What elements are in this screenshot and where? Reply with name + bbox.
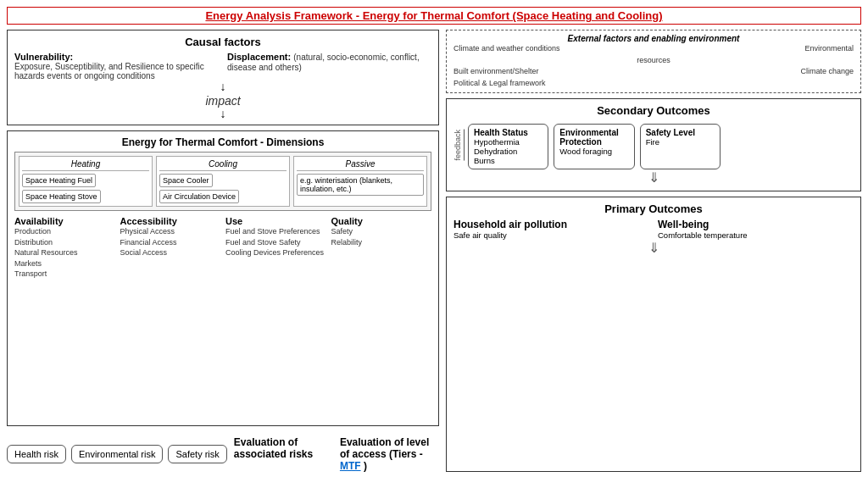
passive-items: e.g. winterisation (blankets, insulation… bbox=[297, 174, 424, 196]
cooling-label: Cooling bbox=[159, 159, 287, 171]
health-risk-label: Health risk bbox=[14, 449, 58, 459]
use-title: Use bbox=[225, 216, 326, 226]
safety-level-title: Safety Level bbox=[646, 128, 715, 137]
vulnerability-section: Vulnerability: Exposure, Susceptibility,… bbox=[14, 52, 219, 80]
vulnerability-label: Vulnerability: bbox=[14, 52, 73, 62]
page-title: Energy Analysis Framework - Energy for T… bbox=[7, 7, 861, 25]
eval-section: Evaluation of associated risks Evaluatio… bbox=[234, 436, 439, 472]
env-protection-title: Environmental Protection bbox=[559, 128, 628, 147]
quality-title: Quality bbox=[331, 216, 432, 226]
primary-inner: Household air pollution Safe air quality… bbox=[453, 219, 854, 240]
passive-col: Passive e.g. winterisation (blankets, in… bbox=[293, 156, 427, 207]
cooling-item-2: Air Circulation Device bbox=[159, 190, 239, 203]
ext-row3-left: Built environment/Shelter bbox=[453, 66, 539, 78]
displacement-label: Displacement: bbox=[227, 52, 291, 62]
ext-row2-center: resources bbox=[637, 56, 670, 64]
accessibility-title: Accessibility bbox=[120, 216, 221, 226]
feedback-label: feedback bbox=[453, 130, 465, 161]
air-pollution-sub: Safe air quality bbox=[453, 230, 649, 240]
avail-row: Availability ProductionDistributionNatur… bbox=[14, 216, 431, 280]
safety-level-items: Fire bbox=[646, 137, 715, 147]
right-column: External factors and enabling environmen… bbox=[446, 30, 861, 472]
availability-col: Availability ProductionDistributionNatur… bbox=[14, 216, 115, 280]
cooling-item-1: Space Cooler bbox=[159, 174, 213, 187]
health-risk-box: Health risk bbox=[7, 445, 66, 463]
ext-row1-left: Climate and weather conditions bbox=[453, 43, 560, 55]
cooling-items: Space Cooler Air Circulation Device bbox=[159, 174, 287, 203]
safety-risk-label: Safety risk bbox=[175, 449, 219, 459]
ext-row4-left: Political & Legal framework bbox=[453, 79, 546, 87]
main-container: Energy Analysis Framework - Energy for T… bbox=[0, 0, 868, 488]
dimensions-title: Energy for Thermal Comfort - Dimensions bbox=[14, 136, 431, 148]
causal-title: Causal factors bbox=[14, 36, 431, 48]
secondary-down-arrow: ⇓ bbox=[453, 169, 854, 186]
vulnerability-text: Exposure, Susceptibility, and Resilience… bbox=[14, 62, 219, 80]
displacement-section: Displacement: (natural, socio-economic, … bbox=[227, 52, 431, 80]
env-risk-box: Environmental risk bbox=[71, 445, 163, 463]
primary-title: Primary Outcomes bbox=[453, 202, 854, 215]
causal-inner: Vulnerability: Exposure, Susceptibility,… bbox=[14, 52, 431, 80]
external-title: External factors and enabling environmen… bbox=[453, 34, 854, 43]
external-row3: Built environment/Shelter Climate change bbox=[453, 66, 854, 78]
ext-row1-right: Environmental bbox=[804, 43, 854, 55]
external-factors-box: External factors and enabling environmen… bbox=[446, 30, 861, 93]
air-pollution-item: Household air pollution Safe air quality bbox=[453, 219, 649, 240]
passive-label: Passive bbox=[297, 159, 424, 171]
quality-col: Quality SafetyRelability bbox=[331, 216, 432, 280]
primary-outcomes-box: Primary Outcomes Household air pollution… bbox=[446, 197, 861, 472]
env-risk-label: Environmental risk bbox=[79, 449, 155, 459]
eval-access-text: Evaluation of level of access (Tiers - bbox=[340, 436, 429, 460]
eval-risks-block: Evaluation of associated risks bbox=[234, 436, 333, 472]
heating-item-1: Space Heating Fuel bbox=[22, 174, 96, 187]
ext-row3-center: Climate change bbox=[800, 66, 854, 78]
health-status-card: Health Status HypothermiaDehydrationBurn… bbox=[468, 124, 548, 169]
safety-level-card: Safety Level Fire bbox=[640, 124, 721, 169]
secondary-outcomes-box: Secondary Outcomes feedback Health Statu… bbox=[446, 98, 861, 191]
left-column: Causal factors Vulnerability: Exposure, … bbox=[7, 30, 439, 472]
wellbeing-title: Well-being bbox=[658, 219, 854, 230]
use-col: Use Fuel and Stove PreferencesFuel and S… bbox=[225, 216, 326, 280]
external-row1: Climate and weather conditions Environme… bbox=[453, 43, 854, 55]
dimensions-grid: Heating Space Heating Fuel Space Heating… bbox=[14, 152, 431, 211]
wellbeing-item: Well-being Comfortable temperature bbox=[658, 219, 854, 240]
external-content: Climate and weather conditions Environme… bbox=[453, 43, 854, 89]
eval-access-title: Evaluation of level of access (Tiers - M… bbox=[340, 436, 439, 472]
env-protection-card: Environmental Protection Wood foraging bbox=[554, 124, 634, 169]
impact-label: impact bbox=[14, 94, 431, 108]
eval-access-block: Evaluation of level of access (Tiers - M… bbox=[340, 436, 439, 472]
primary-down-arrow: ⇓ bbox=[453, 240, 854, 256]
causal-factors-box: Causal factors Vulnerability: Exposure, … bbox=[7, 30, 439, 125]
passive-item-1: e.g. winterisation (blankets, insulation… bbox=[297, 174, 424, 196]
wellbeing-sub: Comfortable temperature bbox=[658, 230, 854, 240]
risk-boxes: Health risk Environmental risk Safety ri… bbox=[7, 445, 227, 463]
secondary-row: feedback Health Status HypothermiaDehydr… bbox=[453, 120, 854, 169]
use-body: Fuel and Stove PreferencesFuel and Stove… bbox=[225, 226, 326, 258]
impact-arrow: ↓ bbox=[14, 80, 431, 92]
health-status-title: Health Status bbox=[474, 128, 542, 137]
heating-col: Heating Space Heating Fuel Space Heating… bbox=[19, 156, 153, 207]
availability-body: ProductionDistributionNatural ResourcesM… bbox=[14, 226, 115, 280]
secondary-title: Secondary Outcomes bbox=[453, 104, 854, 117]
accessibility-col: Accessibility Physical AccessFinancial A… bbox=[120, 216, 221, 280]
quality-body: SafetyRelability bbox=[331, 226, 432, 247]
heating-label: Heating bbox=[22, 159, 149, 171]
mtf-link[interactable]: MTF bbox=[340, 460, 361, 472]
secondary-inner: Health Status HypothermiaDehydrationBurn… bbox=[468, 124, 721, 169]
dimensions-box: Energy for Thermal Comfort - Dimensions … bbox=[7, 130, 439, 426]
eval-access-suffix: ) bbox=[364, 460, 367, 472]
env-protection-items: Wood foraging bbox=[559, 147, 628, 156]
impact-down-arrow: ↓ bbox=[14, 108, 431, 119]
health-status-items: HypothermiaDehydrationBurns bbox=[474, 137, 542, 165]
safety-risk-box: Safety risk bbox=[168, 445, 226, 463]
ext-row2: resources bbox=[453, 55, 854, 67]
air-pollution-title: Household air pollution bbox=[453, 219, 649, 230]
cooling-col: Cooling Space Cooler Air Circulation Dev… bbox=[156, 156, 290, 207]
accessibility-body: Physical AccessFinancial AccessSocial Ac… bbox=[120, 226, 221, 258]
availability-title: Availability bbox=[14, 216, 115, 226]
ext-row4: Political & Legal framework bbox=[453, 78, 854, 90]
body-row: Causal factors Vulnerability: Exposure, … bbox=[7, 30, 861, 472]
heating-items: Space Heating Fuel Space Heating Stove bbox=[22, 174, 149, 203]
eval-risks-title: Evaluation of associated risks bbox=[234, 436, 333, 460]
bottom-row: Health risk Environmental risk Safety ri… bbox=[7, 436, 439, 472]
heating-item-2: Space Heating Stove bbox=[22, 190, 101, 203]
